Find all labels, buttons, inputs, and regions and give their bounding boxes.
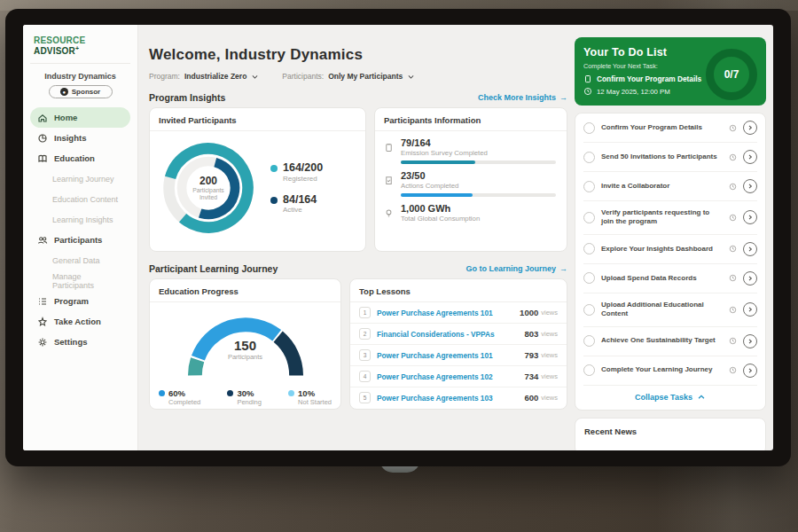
task-go-button[interactable]: [743, 242, 757, 256]
sidebar: RESOURCE ADVISOR+ Industry Dynamics ● Sp…: [23, 25, 138, 450]
lesson-link[interactable]: Power Purchase Agreements 103: [377, 394, 524, 403]
views-suffix: views: [541, 372, 558, 380]
sidebar-item-settings[interactable]: Settings: [30, 332, 130, 352]
legend-dot: [270, 197, 278, 204]
legend-value: 84/164: [283, 194, 317, 207]
sidebar-item-home[interactable]: Home: [30, 107, 130, 128]
stat-actions-completed: 23/50 Actions Completed: [375, 164, 567, 197]
collapse-tasks-link[interactable]: Collapse Tasks: [583, 386, 757, 410]
lesson-views: 793: [524, 350, 538, 360]
program-filter-dropdown[interactable]: Program: Industrialize Zero: [149, 72, 259, 81]
lesson-link[interactable]: Power Purchase Agreements 101: [377, 351, 524, 360]
arrow-right-icon: →: [559, 264, 567, 273]
lesson-link[interactable]: Financial Considerations - VPPAs: [377, 330, 524, 339]
program-insights-header: Program Insights Check More Insights →: [149, 92, 567, 103]
gauge-center-value: 150: [180, 338, 311, 353]
task-row[interactable]: Confirm Your Program Details: [583, 113, 757, 143]
task-go-button[interactable]: [743, 364, 757, 378]
link-label: Check More Insights: [478, 93, 556, 102]
sidebar-item-insights[interactable]: Insights: [30, 128, 130, 148]
task-row[interactable]: Upload Spend Data Records: [583, 264, 757, 293]
page-title: Welcome, Industry Dynamics: [149, 46, 567, 64]
views-suffix: views: [541, 394, 558, 402]
link-label: Go to Learning Journey: [466, 264, 556, 273]
task-checkbox[interactable]: [583, 243, 595, 254]
legend-value: 10%: [298, 388, 315, 398]
sidebar-item-label: Education Content: [52, 195, 118, 204]
task-checkbox[interactable]: [583, 304, 595, 316]
clock-icon: [729, 153, 737, 161]
task-checkbox[interactable]: [583, 364, 595, 376]
task-checkbox[interactable]: [583, 272, 595, 284]
legend-value: 30%: [237, 388, 254, 398]
task-go-button[interactable]: [743, 302, 757, 317]
sidebar-item-program[interactable]: Program: [30, 291, 130, 311]
task-list-card: Confirm Your Program Details Send 50 Inv…: [575, 113, 766, 411]
org-name: Industry Dynamics: [30, 72, 130, 81]
legend-dot: [270, 165, 278, 172]
task-label: Upload Additional Educational Content: [601, 301, 723, 319]
stat-value: 23/50: [401, 170, 556, 181]
progress-bar-track: [401, 160, 556, 164]
check-more-insights-link[interactable]: Check More Insights →: [478, 93, 567, 102]
progress-bar-fill: [401, 160, 475, 164]
sidebar-item-education-content[interactable]: Education Content: [30, 189, 130, 209]
todo-next-task-label: Confirm Your Program Details: [597, 74, 701, 83]
lesson-row: 4 Power Purchase Agreements 102 734 view…: [350, 366, 567, 387]
task-row[interactable]: Explore Your Insights Dashboard: [583, 235, 757, 264]
task-label: Achieve One Sustainability Target: [601, 336, 723, 345]
sidebar-item-label: Learning Journey: [52, 175, 114, 184]
lesson-row: 3 Power Purchase Agreements 101 793 view…: [350, 345, 567, 366]
sidebar-item-learning-insights[interactable]: Learning Insights: [30, 209, 130, 230]
legend-label: Not Started: [298, 398, 332, 406]
lesson-views: 1000: [520, 308, 538, 317]
chevron-up-icon: [697, 393, 706, 402]
clock-icon: [729, 245, 737, 253]
views-suffix: views: [541, 351, 558, 359]
task-checkbox[interactable]: [583, 122, 595, 134]
task-go-button[interactable]: [743, 121, 757, 135]
task-row[interactable]: Complete Your Learning Journey: [583, 356, 757, 386]
program-filter-label: Program:: [149, 72, 180, 81]
legend-label: Active: [283, 206, 317, 214]
sponsor-label: Sponsor: [72, 88, 100, 96]
lesson-link[interactable]: Power Purchase Agreements 102: [377, 372, 524, 381]
program-filter-value: Industrialize Zero: [184, 72, 246, 81]
task-checkbox[interactable]: [583, 181, 595, 192]
task-label: Invite a Collaborator: [601, 182, 723, 191]
task-row[interactable]: Verify participants requesting to join t…: [583, 201, 757, 235]
sidebar-item-education[interactable]: Education: [30, 148, 130, 168]
card-title: Top Lessons: [350, 279, 567, 302]
task-row[interactable]: Send 50 Invitations to Participants: [583, 143, 757, 172]
task-go-button[interactable]: [743, 179, 757, 193]
sidebar-item-label: Participants: [54, 235, 102, 245]
task-go-button[interactable]: [743, 150, 757, 164]
sidebar-item-learning-journey[interactable]: Learning Journey: [30, 168, 130, 189]
task-checkbox[interactable]: [583, 212, 595, 223]
sidebar-item-participants[interactable]: Participants: [30, 230, 130, 250]
task-checkbox[interactable]: [583, 152, 595, 163]
home-icon: [37, 113, 48, 123]
task-row[interactable]: Upload Additional Educational Content: [583, 293, 757, 327]
bulb-icon: [384, 206, 394, 223]
task-go-button[interactable]: [743, 210, 757, 224]
stat-value: 79/164: [401, 137, 556, 148]
recent-news-card: Recent News: [575, 418, 766, 450]
legend-value: 60%: [168, 388, 185, 398]
logo-primary: RESOURCE: [34, 35, 85, 45]
task-go-button[interactable]: [743, 334, 757, 348]
collapse-label: Collapse Tasks: [635, 393, 692, 402]
lesson-rank: 5: [359, 392, 371, 403]
participants-filter-dropdown[interactable]: Participants: Only My Participants: [282, 72, 415, 81]
go-to-learning-journey-link[interactable]: Go to Learning Journey →: [466, 264, 567, 273]
task-row[interactable]: Invite a Collaborator: [583, 172, 757, 201]
lesson-link[interactable]: Power Purchase Agreements 101: [377, 309, 520, 317]
sidebar-item-manage-participants[interactable]: Manage Participants: [30, 270, 130, 291]
task-checkbox[interactable]: [583, 335, 595, 347]
participants-icon: [37, 235, 48, 246]
task-go-button[interactable]: [743, 271, 757, 286]
task-row[interactable]: Achieve One Sustainability Target: [583, 327, 757, 356]
sponsor-badge: ● Sponsor: [49, 85, 113, 98]
sidebar-item-general-data[interactable]: General Data: [30, 250, 130, 270]
sidebar-item-take-action[interactable]: Take Action: [30, 311, 130, 332]
